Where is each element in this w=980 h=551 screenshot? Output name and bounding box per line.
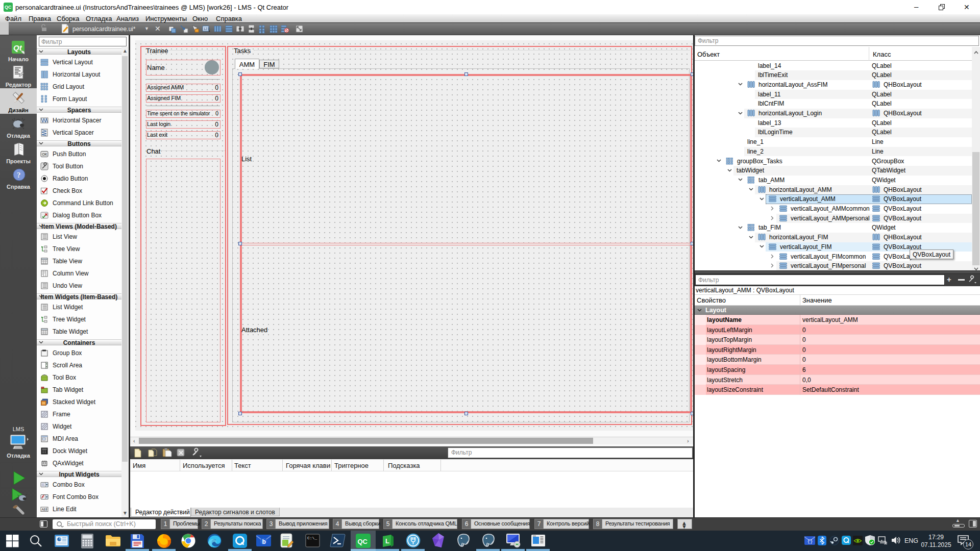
svg-text:AB: AB: [42, 508, 46, 511]
svg-text:?: ?: [17, 171, 21, 179]
svg-text:b: b: [262, 538, 266, 545]
svg-text:C:\_: C:\_: [307, 536, 317, 540]
svg-text:OK: OK: [42, 153, 47, 156]
svg-text:{}: {}: [807, 539, 813, 544]
svg-text:123: 123: [203, 27, 209, 31]
svg-text:QC: QC: [358, 538, 368, 545]
svg-text:L: L: [385, 537, 389, 545]
svg-text:Qt: Qt: [13, 43, 22, 52]
